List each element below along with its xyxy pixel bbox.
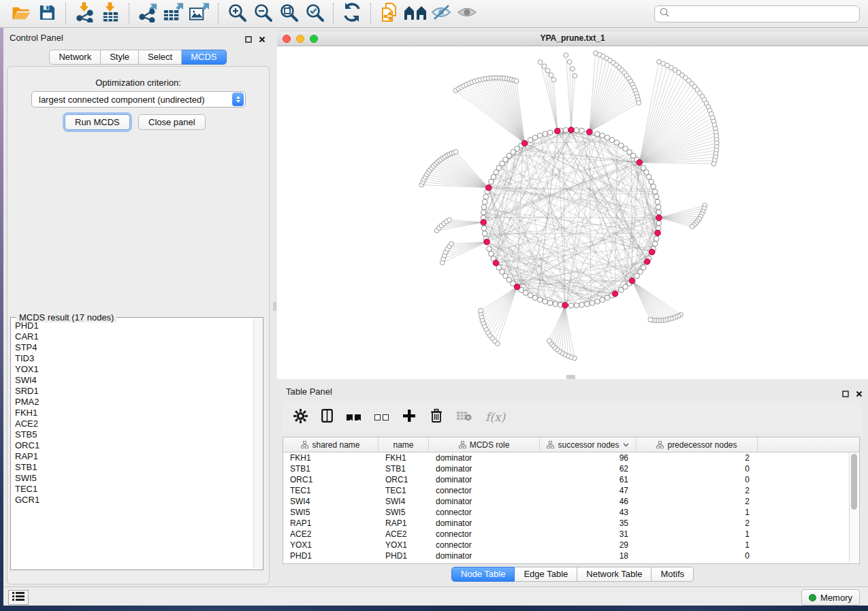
- mcds-result-item[interactable]: TEC1: [15, 484, 254, 495]
- ring-node[interactable]: [656, 220, 662, 226]
- float-panel-icon[interactable]: [245, 33, 252, 46]
- ring-node[interactable]: [553, 301, 558, 307]
- export-table-button[interactable]: [161, 2, 187, 25]
- ring-node[interactable]: [543, 131, 548, 137]
- ring-node[interactable]: [537, 297, 543, 303]
- ring-node[interactable]: [481, 210, 486, 215]
- ring-node[interactable]: [568, 303, 574, 308]
- leaf-node[interactable]: [564, 53, 568, 58]
- mcds-hub-node[interactable]: [485, 185, 492, 191]
- ring-node[interactable]: [489, 251, 494, 257]
- export-image-button[interactable]: [187, 2, 212, 25]
- mcds-result-item[interactable]: GCR1: [15, 495, 254, 506]
- export-network-button[interactable]: [135, 2, 161, 25]
- cell-mcds_role[interactable]: connector: [429, 486, 540, 495]
- ring-node[interactable]: [574, 303, 579, 308]
- mcds-hub-node[interactable]: [587, 129, 593, 135]
- tab-node-table[interactable]: Node Table: [451, 567, 515, 582]
- mcds-result-item[interactable]: PMA2: [15, 397, 254, 408]
- mcds-result-item[interactable]: TID3: [15, 353, 254, 364]
- ring-node[interactable]: [652, 242, 658, 247]
- cell-successor_nodes[interactable]: 31: [540, 529, 637, 539]
- ring-node[interactable]: [537, 133, 543, 139]
- search-box[interactable]: [654, 5, 860, 22]
- create-column-button[interactable]: [402, 409, 416, 425]
- ring-node[interactable]: [656, 205, 661, 210]
- cell-mcds_role[interactable]: dominator: [429, 453, 540, 463]
- mcds-result-item[interactable]: STB5: [15, 429, 254, 440]
- table-row[interactable]: ORC1ORC1dominator610: [283, 474, 859, 485]
- ring-node[interactable]: [543, 299, 548, 304]
- cell-name[interactable]: ACE2: [379, 529, 429, 539]
- ring-node[interactable]: [489, 179, 494, 184]
- tab-network-table[interactable]: Network Table: [577, 567, 652, 582]
- cell-successor_nodes[interactable]: 43: [540, 508, 637, 517]
- leaf-node[interactable]: [514, 79, 519, 84]
- table-row[interactable]: SWI5SWI5connector431: [283, 507, 859, 518]
- mcds-hub-node[interactable]: [629, 278, 635, 284]
- ring-node[interactable]: [646, 174, 652, 180]
- mcds-result-item[interactable]: RAP1: [15, 451, 254, 462]
- mcds-hub-node[interactable]: [568, 127, 575, 133]
- table-row[interactable]: PHD1PHD1dominator180: [283, 550, 859, 561]
- cell-shared_name[interactable]: ACE2: [283, 529, 379, 539]
- mcds-hub-node[interactable]: [644, 259, 650, 265]
- zoom-selected-button[interactable]: [302, 2, 327, 25]
- ring-node[interactable]: [563, 127, 568, 133]
- cell-predecessor_nodes[interactable]: 0: [637, 475, 758, 484]
- cell-predecessor_nodes[interactable]: 2: [637, 518, 758, 528]
- ring-node[interactable]: [547, 130, 553, 135]
- ring-node[interactable]: [579, 128, 585, 133]
- column-header-successor-nodes[interactable]: successor nodes: [540, 437, 637, 452]
- mcds-result-item[interactable]: STP4: [15, 342, 254, 353]
- import-network-button[interactable]: [71, 2, 97, 25]
- mcds-result-item[interactable]: SWI5: [15, 473, 254, 484]
- node-table[interactable]: shared namenameMCDS rolesuccessor nodesp…: [283, 437, 860, 564]
- ring-node[interactable]: [652, 189, 658, 195]
- cell-successor_nodes[interactable]: 96: [540, 453, 637, 463]
- zoom-out-button[interactable]: [250, 2, 276, 25]
- tab-edge-table[interactable]: Edge Table: [515, 567, 577, 582]
- delete-column-button[interactable]: [430, 408, 443, 426]
- ring-node[interactable]: [600, 133, 605, 139]
- ring-node[interactable]: [584, 301, 590, 307]
- mcds-hub-node[interactable]: [649, 249, 655, 255]
- leaf-node[interactable]: [538, 60, 543, 65]
- cell-name[interactable]: TEC1: [379, 486, 429, 495]
- mcds-result-item[interactable]: YOX1: [15, 364, 254, 375]
- cell-shared_name[interactable]: TEC1: [283, 486, 379, 495]
- network-graph[interactable]: [277, 46, 868, 379]
- ring-node[interactable]: [487, 246, 492, 252]
- cell-name[interactable]: PHD1: [379, 551, 429, 561]
- mcds-hub-node[interactable]: [562, 302, 568, 308]
- cell-successor_nodes[interactable]: 61: [540, 475, 637, 484]
- select-all-button[interactable]: [347, 414, 361, 420]
- table-row[interactable]: STB1STB1dominator620: [283, 463, 859, 474]
- mcds-result-list[interactable]: PHD1CAR1STP4TID3YOX1SWI4SRD1PMA2FKH1ACE2…: [12, 320, 254, 569]
- ring-node[interactable]: [634, 274, 640, 279]
- leaf-node[interactable]: [567, 60, 572, 65]
- leaf-node[interactable]: [573, 73, 577, 78]
- cell-predecessor_nodes[interactable]: 0: [637, 551, 758, 561]
- network-canvas[interactable]: [277, 46, 868, 379]
- table-row[interactable]: TEC1TEC1connector472: [283, 485, 859, 496]
- run-mcds-button[interactable]: Run MCDS: [65, 114, 130, 130]
- ring-node[interactable]: [574, 127, 579, 133]
- ring-node[interactable]: [481, 226, 487, 231]
- refresh-button[interactable]: [339, 2, 365, 25]
- new-network-from-selection-button[interactable]: [376, 2, 402, 25]
- cell-shared_name[interactable]: SWI4: [283, 497, 379, 506]
- ring-node[interactable]: [481, 205, 487, 210]
- cell-predecessor_nodes[interactable]: 2: [637, 486, 758, 495]
- cell-shared_name[interactable]: SWI5: [283, 508, 379, 517]
- cell-mcds_role[interactable]: connector: [429, 540, 540, 550]
- cell-shared_name[interactable]: ORC1: [283, 475, 379, 484]
- ring-node[interactable]: [649, 179, 654, 184]
- leaf-node[interactable]: [545, 68, 550, 73]
- table-scrollbar[interactable]: [849, 452, 858, 563]
- cell-successor_nodes[interactable]: 47: [540, 486, 637, 495]
- cell-mcds_role[interactable]: dominator: [429, 475, 540, 484]
- memory-button[interactable]: Memory: [801, 589, 860, 606]
- leaf-node[interactable]: [551, 78, 556, 82]
- mcds-result-item[interactable]: SWI4: [15, 375, 254, 386]
